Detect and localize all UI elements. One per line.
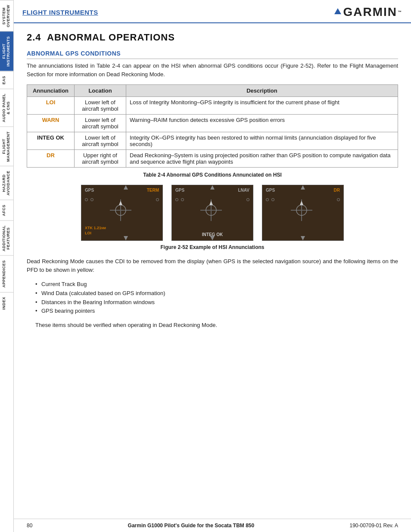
hsi-cross-svg xyxy=(108,197,134,223)
hsi-gps-label-1: GPS xyxy=(85,188,94,193)
table-row: DR Upper right of aircraft symbol Dead R… xyxy=(27,150,398,168)
footer-right-text: 190-00709-01 Rev. A xyxy=(349,523,398,529)
sidebar-item-appendices[interactable]: APPENDICES xyxy=(0,255,13,292)
table-row: INTEG OK Lower left of aircraft symbol I… xyxy=(27,132,398,150)
hsi-dr-label: DR xyxy=(334,188,340,193)
arrow-down-icon xyxy=(124,236,128,240)
sidebar-item-audio-panel[interactable]: AUDIO PANEL& CNS xyxy=(0,89,13,127)
page-number: 80 xyxy=(27,523,32,529)
description-warn: Warning–RAIM function detects excessive … xyxy=(126,115,398,132)
hsi-cross-svg-3 xyxy=(289,197,314,223)
hsi-figure-loi: GPS TERM xyxy=(81,185,163,241)
hsi-circle xyxy=(271,198,274,201)
hsi-circle xyxy=(266,198,269,201)
page-content: 2.4 ABNORMAL OPERATIONS ABNORMAL GPS CON… xyxy=(14,23,411,344)
col-header-location: Location xyxy=(75,85,126,97)
hsi-circle xyxy=(337,198,340,201)
page-footer: 80 Garmin G1000 Pilot's Guide for the So… xyxy=(14,519,411,532)
garmin-logo: GARMIN ™ xyxy=(334,5,402,19)
main-content: FLIGHT INSTRUMENTS GARMIN ™ 2.4 ABNORMAL… xyxy=(14,0,411,344)
location-dr: Upper right of aircraft symbol xyxy=(75,150,126,168)
hsi-gps-label-3: GPS xyxy=(266,188,275,193)
location-loi: Lower left of aircraft symbol xyxy=(75,97,126,115)
svg-marker-11 xyxy=(300,201,303,205)
arrow-up-icon xyxy=(301,185,305,190)
description-integ: Integrity OK–GPS integrity has been rest… xyxy=(126,132,398,150)
hsi-integ-bottom: INTEG OK xyxy=(202,232,223,237)
sidebar-item-flight-management[interactable]: FLIGHTMANAGEMENT xyxy=(0,127,13,166)
hsi-lnav-label: LNAV xyxy=(238,188,249,193)
hsi-loi-bottom: XTK 1.21NM LOI xyxy=(85,225,106,236)
col-header-annunciation: Annunciation xyxy=(27,85,75,97)
footer-center-text: Garmin G1000 Pilot's Guide for the Socat… xyxy=(128,523,255,529)
list-item: Current Track Bug xyxy=(35,280,398,289)
table-row: WARN Lower left of aircraft symbol Warni… xyxy=(27,115,398,132)
sidebar-item-eas[interactable]: EAS xyxy=(0,71,13,89)
sidebar: SYSTEMOVERVIEW FLIGHTINSTRUMENTS EAS AUD… xyxy=(0,0,14,532)
svg-marker-7 xyxy=(209,201,213,205)
hsi-gps-label-2: GPS xyxy=(175,188,184,193)
table-caption: Table 2-4 Abnormal GPS Conditions Annunc… xyxy=(27,172,398,178)
hsi-circle xyxy=(85,198,88,201)
figures-row: GPS TERM xyxy=(27,185,398,241)
hsi-term-label: TERM xyxy=(147,188,159,193)
intro-paragraph: The annunciations listed in Table 2-4 ca… xyxy=(27,62,398,78)
sidebar-item-flight-instruments[interactable]: FLIGHTINSTRUMENTS xyxy=(0,31,13,71)
sidebar-item-hazard-avoidance[interactable]: HAZARDAVOIDANCE xyxy=(0,166,13,200)
closing-paragraph: These items should be verified when oper… xyxy=(35,321,398,330)
annunciation-integ: INTEG OK xyxy=(27,132,75,150)
hsi-figure-integ: GPS LNAV INTEG OK xyxy=(171,185,253,241)
location-integ: Lower left of aircraft symbol xyxy=(75,132,126,150)
dead-reckoning-paragraph: Dead Reckoning Mode causes the CDI to be… xyxy=(27,257,398,274)
svg-marker-3 xyxy=(119,201,122,205)
list-item: Distances in the Bearing Information win… xyxy=(35,298,398,307)
table-row: LOI Lower left of aircraft symbol Loss o… xyxy=(27,97,398,115)
description-dr: Dead Reckoning–System is using projected… xyxy=(126,150,398,168)
sidebar-item-additional-features[interactable]: ADDITIONALFEATURES xyxy=(0,221,13,256)
location-warn: Lower left of aircraft symbol xyxy=(75,115,126,132)
garmin-triangle-icon xyxy=(334,8,341,14)
arrow-down-icon xyxy=(301,236,305,240)
abnormal-gps-table: Annunciation Location Description LOI Lo… xyxy=(27,84,398,168)
arrow-up-icon xyxy=(210,185,215,190)
description-loi: Loss of Integrity Monitoring–GPS integri… xyxy=(126,97,398,115)
sidebar-item-index[interactable]: INDEX xyxy=(0,292,13,314)
hsi-circle xyxy=(156,198,159,201)
arrow-up-icon xyxy=(124,185,128,190)
hsi-circle xyxy=(175,198,178,201)
figure-caption: Figure 2-52 Example of HSI Annunciations xyxy=(27,244,398,250)
subsection-heading: ABNORMAL GPS CONDITIONS xyxy=(27,50,398,59)
section-heading: 2.4 ABNORMAL OPERATIONS xyxy=(27,32,398,43)
annunciation-warn: WARN xyxy=(27,115,75,132)
garmin-wordmark: GARMIN xyxy=(343,5,397,19)
page-header: FLIGHT INSTRUMENTS GARMIN ™ xyxy=(14,0,411,23)
hsi-circle xyxy=(181,198,184,201)
annunciation-dr: DR xyxy=(27,150,75,168)
hsi-cross-svg-2 xyxy=(198,197,224,223)
sidebar-item-afcs[interactable]: AFCS xyxy=(0,200,13,221)
sidebar-item-system-overview[interactable]: SYSTEMOVERVIEW xyxy=(0,0,13,31)
hsi-circle xyxy=(246,198,249,201)
list-item: Wind Data (calculated based on GPS infor… xyxy=(35,289,398,298)
header-title: FLIGHT INSTRUMENTS xyxy=(22,9,98,16)
list-item: GPS bearing pointers xyxy=(35,307,398,316)
hsi-figure-dr: GPS DR xyxy=(262,185,344,241)
hsi-circle xyxy=(90,198,93,201)
annunciation-loi: LOI xyxy=(27,97,75,115)
bullet-list: Current Track Bug Wind Data (calculated … xyxy=(35,280,398,316)
col-header-description: Description xyxy=(126,85,398,97)
